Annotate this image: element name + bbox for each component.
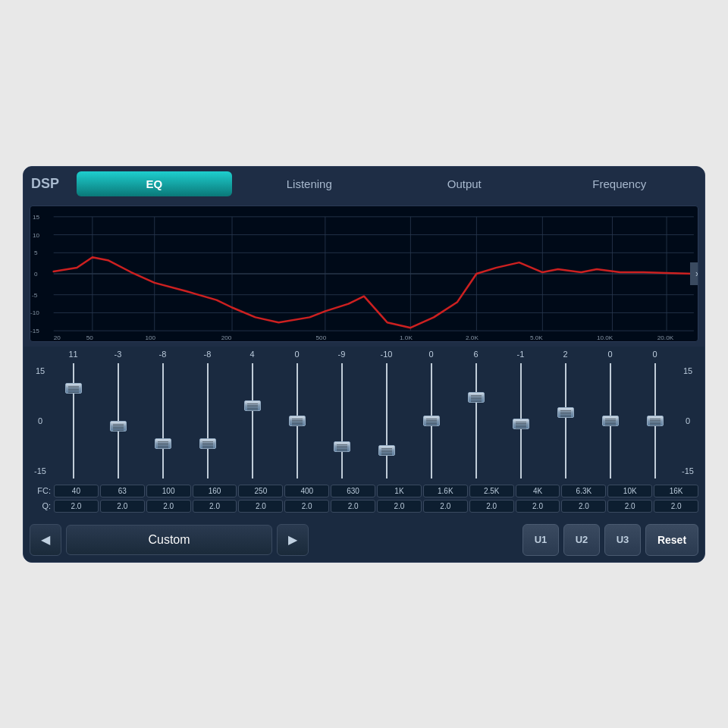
q-value-5[interactable]: 2.0 — [284, 500, 329, 513]
fc-value-13[interactable]: 16K — [654, 485, 698, 497]
fader-col-5[interactable] — [275, 360, 319, 482]
header: DSP EQ Listening Output Frequency — [24, 167, 704, 201]
svg-text:10.0K: 10.0K — [597, 334, 613, 341]
fader-col-6[interactable] — [319, 360, 364, 482]
fader-val-2: -8 — [140, 350, 185, 359]
q-value-12[interactable]: 2.0 — [607, 500, 652, 513]
fader-col-11[interactable] — [543, 360, 588, 482]
fader-handle-10[interactable] — [513, 419, 529, 429]
fader-handle-4[interactable] — [244, 400, 261, 411]
q-row: Q: 2.02.02.02.02.02.02.02.02.02.02.02.02… — [30, 500, 698, 513]
fc-value-4[interactable]: 250 — [238, 485, 283, 497]
fader-track-4 — [252, 363, 253, 479]
fc-value-10[interactable]: 4K — [516, 485, 560, 497]
fader-col-1[interactable] — [96, 360, 140, 482]
svg-text:500: 500 — [316, 334, 327, 341]
q-value-4[interactable]: 2.0 — [238, 500, 283, 513]
fader-track-11 — [565, 363, 566, 479]
tab-frequency[interactable]: Frequency — [542, 171, 698, 196]
q-value-9[interactable]: 2.0 — [469, 500, 514, 513]
fader-col-12[interactable] — [588, 360, 632, 482]
fader-values-row: 11 -3 -8 -8 4 0 -9 -10 0 6 -1 2 0 0 — [30, 350, 698, 359]
u1-button[interactable]: U1 — [522, 524, 559, 556]
svg-text:100: 100 — [145, 334, 155, 341]
q-value-0[interactable]: 2.0 — [54, 500, 99, 513]
q-value-10[interactable]: 2.0 — [516, 500, 560, 513]
fader-col-3[interactable] — [185, 360, 230, 482]
tab-listening[interactable]: Listening — [232, 171, 388, 196]
q-value-7[interactable]: 2.0 — [377, 500, 422, 513]
fader-handle-11[interactable] — [557, 407, 574, 418]
q-value-13[interactable]: 2.0 — [654, 500, 698, 513]
q-value-1[interactable]: 2.0 — [100, 500, 145, 513]
next-button[interactable]: ▶ — [277, 524, 309, 556]
svg-text:200: 200 — [221, 334, 232, 341]
fader-val-5: 0 — [275, 350, 319, 359]
fader-val-13: 0 — [632, 350, 677, 359]
preset-name-button[interactable]: Custom — [66, 525, 272, 555]
fc-value-7[interactable]: 1K — [377, 485, 422, 497]
fader-col-4[interactable] — [230, 360, 275, 482]
fader-col-8[interactable] — [409, 360, 453, 482]
fader-col-2[interactable] — [140, 360, 185, 482]
fc-value-3[interactable]: 160 — [193, 485, 237, 497]
fc-value-2[interactable]: 100 — [146, 485, 191, 497]
fader-col-10[interactable] — [498, 360, 543, 482]
fc-value-11[interactable]: 6.3K — [561, 485, 606, 497]
fader-handle-0[interactable] — [65, 383, 82, 394]
fader-handle-5[interactable] — [289, 416, 306, 426]
q-value-3[interactable]: 2.0 — [193, 500, 237, 513]
fader-handle-6[interactable] — [334, 441, 350, 452]
q-value-8[interactable]: 2.0 — [423, 500, 468, 513]
fader-handle-7[interactable] — [378, 445, 395, 456]
q-value-2[interactable]: 2.0 — [146, 500, 191, 513]
fader-track-13 — [654, 363, 656, 479]
svg-text:5: 5 — [34, 249, 38, 256]
svg-text:0: 0 — [34, 271, 38, 278]
fader-handle-1[interactable] — [110, 421, 127, 431]
svg-text:5.0K: 5.0K — [530, 334, 543, 341]
fader-col-7[interactable] — [364, 360, 409, 482]
fader-handle-13[interactable] — [647, 416, 664, 426]
prev-button[interactable]: ◀ — [30, 524, 61, 556]
fader-scale-top-right: 15 — [683, 366, 692, 375]
q-value-6[interactable]: 2.0 — [331, 500, 375, 513]
chevron-right-icon[interactable]: › — [690, 262, 698, 285]
u2-button[interactable]: U2 — [563, 524, 600, 556]
fc-value-5[interactable]: 400 — [284, 485, 329, 497]
fader-scale-mid-left: 0 — [38, 416, 42, 425]
fader-track-5 — [297, 363, 298, 479]
fader-track-0 — [73, 363, 74, 479]
fader-col-9[interactable] — [453, 360, 498, 482]
fader-scale-mid-right: 0 — [686, 416, 690, 425]
fader-handle-12[interactable] — [602, 416, 619, 426]
u3-button[interactable]: U3 — [604, 524, 641, 556]
fader-handle-8[interactable] — [423, 416, 440, 426]
tab-eq[interactable]: EQ — [77, 171, 232, 196]
fader-val-7: -10 — [364, 350, 409, 359]
fader-val-3: -8 — [185, 350, 230, 359]
fc-value-1[interactable]: 63 — [100, 485, 145, 497]
fader-handle-9[interactable] — [468, 392, 485, 403]
fader-val-12: 0 — [588, 350, 632, 359]
faders-left-labels: 15 0 -15 — [30, 360, 51, 482]
fader-val-10: -1 — [498, 350, 543, 359]
fader-handle-3[interactable] — [199, 438, 216, 449]
fader-track-8 — [431, 363, 432, 479]
eq-graph[interactable]: 15 10 5 0 -5 -10 -15 20 50 100 200 500 1… — [30, 206, 698, 342]
q-value-11[interactable]: 2.0 — [561, 500, 606, 513]
fader-col-0[interactable] — [51, 360, 96, 482]
fc-value-12[interactable]: 10K — [607, 485, 652, 497]
fader-scale-bot-right: -15 — [682, 466, 694, 475]
svg-text:-15: -15 — [30, 328, 39, 334]
fc-value-6[interactable]: 630 — [331, 485, 375, 497]
fader-handle-2[interactable] — [155, 438, 171, 449]
tab-output[interactable]: Output — [387, 171, 542, 196]
fader-track-10 — [520, 363, 522, 479]
fc-value-9[interactable]: 2.5K — [469, 485, 514, 497]
fc-value-0[interactable]: 40 — [54, 485, 99, 497]
fader-col-13[interactable] — [632, 360, 677, 482]
reset-button[interactable]: Reset — [645, 524, 698, 556]
fader-val-6: -9 — [319, 350, 364, 359]
fc-value-8[interactable]: 1.6K — [423, 485, 468, 497]
